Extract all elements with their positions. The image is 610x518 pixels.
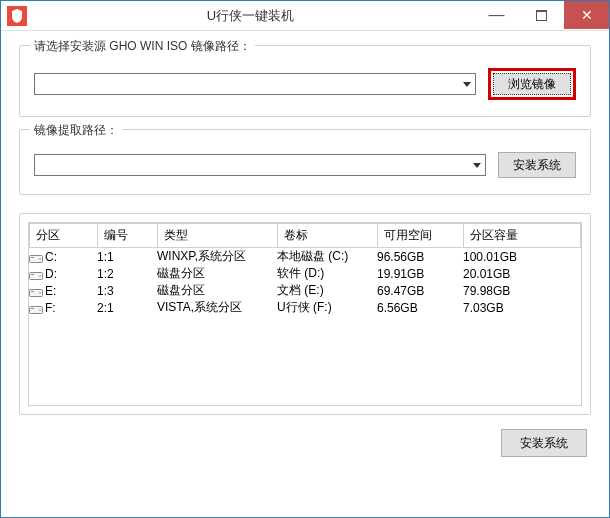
chevron-down-icon: [468, 155, 485, 175]
source-groupbox: 请选择安装源 GHO WIN ISO 镜像路径： 浏览镜像: [19, 45, 591, 117]
source-path-dropdown[interactable]: [34, 73, 476, 95]
cell-free: 96.56GB: [377, 248, 463, 265]
table-row[interactable]: E:1:3磁盘分区文档 (E:)69.47GB79.98GB: [29, 282, 581, 299]
drive-icon: [29, 269, 43, 280]
cell-number: 2:1: [97, 299, 157, 316]
cell-number: 1:2: [97, 265, 157, 282]
cell-number: 1:3: [97, 282, 157, 299]
col-header-number[interactable]: 编号: [98, 224, 158, 248]
chevron-down-icon: [458, 74, 475, 94]
footer: 安装系统: [19, 429, 591, 457]
minimize-button[interactable]: —: [474, 1, 519, 29]
cell-number: 1:1: [97, 248, 157, 265]
titlebar: U行侠一键装机 — ✕: [1, 1, 609, 31]
cell-partition: D:: [29, 265, 97, 282]
extract-groupbox-title: 镜像提取路径：: [30, 122, 122, 139]
app-window: U行侠一键装机 — ✕ 请选择安装源 GHO WIN ISO 镜像路径： 浏览镜…: [0, 0, 610, 518]
cell-capacity: 20.01GB: [463, 265, 581, 282]
extract-path-dropdown[interactable]: [34, 154, 486, 176]
browse-image-button[interactable]: 浏览镜像: [493, 73, 571, 95]
cell-type: 磁盘分区: [157, 265, 277, 282]
maximize-button[interactable]: [519, 1, 564, 29]
window-controls: — ✕: [474, 1, 609, 30]
close-button[interactable]: ✕: [564, 1, 609, 29]
app-icon: [7, 6, 27, 26]
col-header-capacity[interactable]: 分区容量: [464, 224, 581, 248]
cell-type: VISTA,系统分区: [157, 299, 277, 316]
col-header-type[interactable]: 类型: [158, 224, 278, 248]
partition-table-body[interactable]: C:1:1WINXP,系统分区本地磁盘 (C:)96.56GB100.01GBD…: [28, 248, 582, 406]
svg-point-10: [39, 292, 41, 294]
cell-label: U行侠 (F:): [277, 299, 377, 316]
window-title: U行侠一键装机: [27, 7, 474, 25]
install-system-button-bottom[interactable]: 安装系统: [501, 429, 587, 457]
install-system-button-top[interactable]: 安装系统: [498, 152, 576, 178]
cell-label: 文档 (E:): [277, 282, 377, 299]
svg-point-4: [39, 258, 41, 260]
partition-table-header: 分区 编号 类型 卷标 可用空间 分区容量: [29, 223, 581, 248]
svg-rect-9: [31, 291, 34, 292]
cell-label: 软件 (D:): [277, 265, 377, 282]
cell-type: WINXP,系统分区: [157, 248, 277, 265]
table-row[interactable]: F:2:1VISTA,系统分区U行侠 (F:)6.56GB7.03GB: [29, 299, 581, 316]
cell-free: 19.91GB: [377, 265, 463, 282]
svg-rect-12: [31, 308, 34, 309]
extract-groupbox: 镜像提取路径： 安装系统: [19, 129, 591, 195]
cell-label: 本地磁盘 (C:): [277, 248, 377, 265]
cell-free: 69.47GB: [377, 282, 463, 299]
browse-button-highlight: 浏览镜像: [488, 68, 576, 100]
col-header-free[interactable]: 可用空间: [378, 224, 464, 248]
cell-capacity: 79.98GB: [463, 282, 581, 299]
cell-free: 6.56GB: [377, 299, 463, 316]
svg-rect-6: [31, 274, 34, 275]
cell-partition: F:: [29, 299, 97, 316]
table-row[interactable]: D:1:2磁盘分区软件 (D:)19.91GB20.01GB: [29, 265, 581, 282]
source-groupbox-title: 请选择安装源 GHO WIN ISO 镜像路径：: [30, 38, 255, 55]
partition-table-wrap: 分区 编号 类型 卷标 可用空间 分区容量 C:1:1WI: [19, 213, 591, 415]
drive-icon: [29, 303, 43, 314]
col-header-label[interactable]: 卷标: [278, 224, 378, 248]
cell-capacity: 7.03GB: [463, 299, 581, 316]
cell-partition: E:: [29, 282, 97, 299]
table-header-row: 分区 编号 类型 卷标 可用空间 分区容量: [30, 224, 581, 248]
cell-partition: C:: [29, 248, 97, 265]
svg-point-7: [39, 275, 41, 277]
cell-type: 磁盘分区: [157, 282, 277, 299]
svg-point-13: [39, 309, 41, 311]
drive-icon: [29, 286, 43, 297]
content-area: 请选择安装源 GHO WIN ISO 镜像路径： 浏览镜像 镜像提取路径： 安装…: [1, 31, 609, 471]
svg-rect-3: [31, 257, 34, 258]
table-row[interactable]: C:1:1WINXP,系统分区本地磁盘 (C:)96.56GB100.01GB: [29, 248, 581, 265]
cell-capacity: 100.01GB: [463, 248, 581, 265]
drive-icon: [29, 252, 43, 263]
col-header-partition[interactable]: 分区: [30, 224, 98, 248]
